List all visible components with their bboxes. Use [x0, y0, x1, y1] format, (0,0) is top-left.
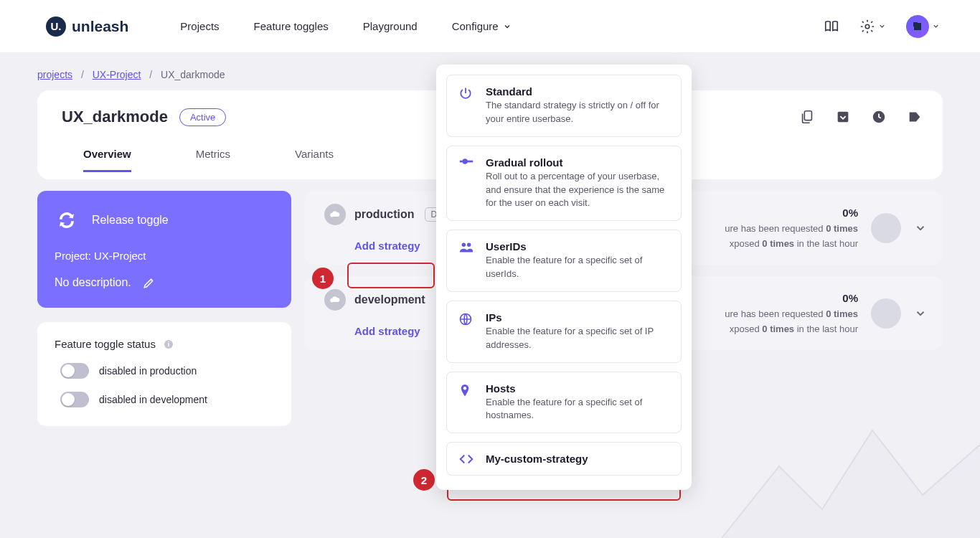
feature-name: UX_darkmode [62, 108, 168, 126]
chevron-down-icon [503, 22, 512, 31]
slider-icon [458, 157, 474, 211]
dd-title: Standard [486, 85, 671, 98]
avatar [906, 15, 929, 38]
strategy-dropdown: Standard The standard strategy is strict… [436, 65, 692, 490]
env-name: development [354, 293, 425, 306]
cloud-icon [324, 289, 346, 311]
dd-title: IPs [486, 311, 671, 324]
crumb-project[interactable]: UX-Project [93, 69, 141, 80]
dd-desc: The standard strategy is strictly on / o… [486, 99, 671, 126]
status-development: disabled in development [99, 394, 207, 405]
cloud-icon [324, 204, 346, 225]
svg-point-7 [463, 159, 468, 164]
dd-title: UserIDs [486, 240, 671, 253]
strategy-hosts[interactable]: Hosts Enable the feature for a specific … [446, 372, 682, 434]
dd-desc: Enable the feature for a specific set of… [486, 325, 671, 352]
crumb-feature: UX_darkmode [161, 69, 225, 80]
callout-num-2: 2 [413, 469, 435, 491]
no-description: No description. [55, 276, 131, 289]
nav-configure[interactable]: Configure [452, 20, 512, 32]
dd-desc: Roll out to a percentage of your userbas… [486, 170, 671, 211]
info-icon[interactable]: i [163, 339, 174, 350]
dd-title: Hosts [486, 382, 671, 395]
expand-env[interactable] [914, 307, 927, 320]
tab-overview[interactable]: Overview [83, 148, 131, 172]
nav-playground[interactable]: Playground [363, 20, 418, 32]
release-title: Release toggle [92, 214, 169, 227]
dd-title: My-custom-strategy [486, 453, 588, 465]
chevron-down-icon [878, 22, 886, 30]
docs-icon[interactable] [824, 19, 839, 34]
metrics-circle [871, 213, 901, 243]
pct: 0% [725, 204, 858, 222]
svg-text:i: i [168, 341, 169, 348]
tab-variants[interactable]: Variants [295, 148, 334, 172]
crumb-projects[interactable]: projects [37, 69, 72, 80]
top-nav: U. unleash Projects Feature toggles Play… [0, 0, 980, 53]
user-menu[interactable] [906, 15, 940, 38]
dd-desc: Enable the feature for a specific set of… [486, 396, 671, 423]
nav-configure-label: Configure [452, 20, 499, 32]
tag-icon[interactable] [907, 109, 923, 125]
dd-desc: Enable the feature for a specific set of… [486, 254, 671, 281]
globe-icon [458, 312, 474, 352]
settings-icon[interactable] [859, 19, 886, 34]
add-strategy-button[interactable]: Add strategy [354, 240, 446, 252]
svg-rect-1 [804, 111, 811, 121]
env-stats: 0% ure has been requested 0 times xposed… [725, 290, 858, 337]
tab-metrics[interactable]: Metrics [196, 148, 230, 172]
env-name: production [354, 208, 415, 221]
svg-point-8 [462, 243, 466, 247]
code-icon [458, 453, 474, 465]
project-label: Project: UX-Project [55, 250, 274, 262]
dd-title: Gradual rollout [486, 156, 671, 169]
toggle-production[interactable] [60, 363, 89, 379]
brand-mark-icon: U. [46, 16, 66, 37]
svg-point-9 [467, 243, 471, 247]
svg-rect-2 [838, 112, 849, 123]
power-icon [458, 86, 474, 126]
strategy-standard[interactable]: Standard The standard strategy is strict… [446, 75, 682, 137]
users-icon [458, 241, 474, 281]
strategy-ips[interactable]: IPs Enable the feature for a specific se… [446, 301, 682, 363]
archive-icon[interactable] [835, 109, 851, 125]
brand-logo[interactable]: U. unleash [46, 16, 128, 37]
edit-icon[interactable] [143, 276, 156, 289]
metrics-circle [871, 298, 901, 329]
status-badge: Active [179, 108, 226, 126]
nav-feature-toggles[interactable]: Feature toggles [254, 20, 329, 32]
strategy-userids[interactable]: UserIDs Enable the feature for a specifi… [446, 230, 682, 292]
history-icon[interactable] [871, 109, 887, 125]
toggle-development[interactable] [60, 392, 89, 407]
sync-icon [55, 208, 79, 232]
svg-point-11 [463, 387, 467, 390]
strategy-custom[interactable]: My-custom-strategy [446, 442, 682, 476]
brand-text: unleash [72, 18, 128, 35]
status-production: disabled in production [99, 365, 197, 377]
env-stats: 0% ure has been requested 0 times xposed… [725, 204, 858, 252]
status-panel: Feature toggle status i disabled in prod… [37, 322, 291, 426]
svg-point-0 [865, 24, 870, 29]
pin-icon [458, 383, 474, 423]
pct: 0% [725, 290, 858, 307]
expand-env[interactable] [914, 222, 927, 235]
strategy-gradual[interactable]: Gradual rollout Roll out to a percentage… [446, 146, 682, 222]
status-title: Feature toggle status [55, 338, 156, 350]
release-panel: Release toggle Project: UX-Project No de… [37, 191, 291, 308]
chevron-down-icon [932, 22, 940, 30]
nav-projects[interactable]: Projects [180, 20, 219, 32]
copy-icon[interactable] [799, 109, 815, 125]
